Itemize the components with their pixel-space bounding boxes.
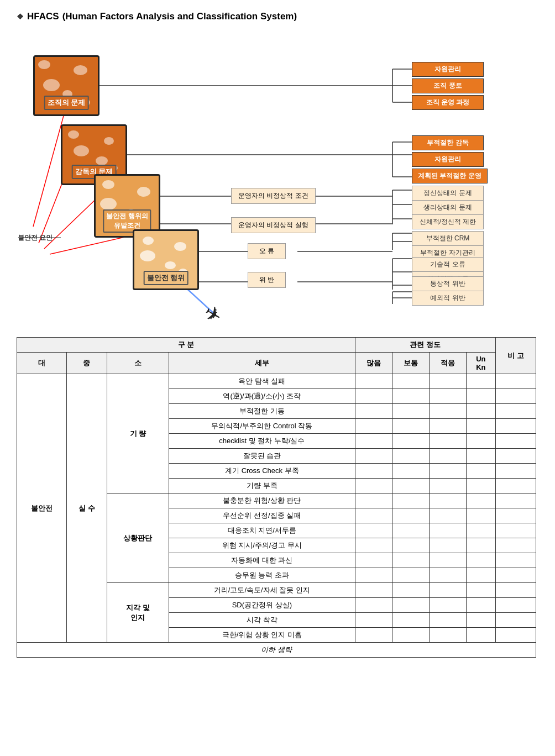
cell-note	[495, 523, 536, 538]
cell-rel4	[467, 598, 495, 613]
cell-rel4	[467, 494, 495, 508]
right-box-r10: 부적절한 CRM	[412, 231, 484, 246]
cell-detail: 위험 지시/주의/경고 무시	[169, 538, 355, 553]
header-relevance: 관련 정도	[355, 338, 495, 353]
cell-rel1	[355, 583, 392, 598]
cell-rel1	[355, 568, 392, 583]
cell-rel3	[430, 419, 467, 434]
title-bold: HFACS	[27, 11, 59, 22]
unsafe-factor-label: 불안전 요인	[18, 233, 53, 243]
cell-rel2	[392, 404, 430, 419]
header-section: 구 분	[17, 338, 355, 353]
right-box-r3: 조직 운영 과정	[412, 95, 484, 110]
org-block: 조직의 문제	[33, 55, 100, 116]
cell-rel2	[392, 523, 430, 538]
mid-label-condition: 운영자의 비정상적 조건	[231, 188, 316, 204]
cell-minor: 기 량	[107, 374, 169, 494]
cell-major: 불안전	[17, 374, 67, 643]
omit-label: 이하 생략	[17, 643, 536, 658]
cell-detail: 잘못된 습관	[169, 449, 355, 464]
cell-rel4	[467, 523, 495, 538]
cell-rel1	[355, 538, 392, 553]
page-title: ❖ HFACS (Human Factors Analysis and Clas…	[17, 11, 538, 22]
cell-rel4	[467, 553, 495, 568]
title-rest: (Human Factors Analysis and Classificati…	[62, 11, 297, 22]
cell-detail: 시각 착각	[169, 613, 355, 628]
right-box-r1: 자원관리	[412, 62, 484, 77]
cell-rel3	[430, 553, 467, 568]
cell-rel2	[392, 449, 430, 464]
cell-rel3	[430, 523, 467, 538]
cell-rel3	[430, 508, 467, 523]
cell-rel1	[355, 449, 392, 464]
cell-note	[495, 389, 536, 404]
unsafe-block: 불안전 행위	[133, 229, 199, 290]
header-rel1: 많음	[355, 353, 392, 374]
cell-rel4	[467, 628, 495, 643]
right-box-r8: 생리상태의 문제	[412, 200, 484, 215]
header-rel4: Un Kn	[467, 353, 495, 374]
cell-rel4	[467, 538, 495, 553]
cell-detail: checklist 및 절차 누락/실수	[169, 434, 355, 449]
cell-rel2	[392, 553, 430, 568]
right-box-r9: 신체적/정신적 제한	[412, 214, 484, 229]
cell-rel2	[392, 374, 430, 389]
right-box-r15: 통상적 위반	[412, 276, 484, 291]
cell-rel3	[430, 464, 467, 479]
cell-rel3	[430, 598, 467, 613]
cell-rel2	[392, 419, 430, 434]
cell-note	[495, 508, 536, 523]
cell-rel3	[430, 404, 467, 419]
header-major: 대	[17, 353, 67, 374]
right-box-r5: 자원관리	[412, 152, 484, 167]
cell-rel3	[430, 449, 467, 464]
cell-rel2	[392, 479, 430, 494]
cell-note	[495, 479, 536, 494]
header-minor: 소	[107, 353, 169, 374]
cell-rel4	[467, 583, 495, 598]
cell-note	[495, 404, 536, 419]
cell-rel4	[467, 404, 495, 419]
cell-rel2	[392, 508, 430, 523]
cell-note	[495, 538, 536, 553]
cell-detail: 우선순위 선정/집중 실패	[169, 508, 355, 523]
header-note: 비 고	[495, 338, 536, 374]
org-label: 조직의 문제	[44, 96, 89, 110]
cell-rel1	[355, 389, 392, 404]
cell-rel2	[392, 464, 430, 479]
cell-rel1	[355, 613, 392, 628]
right-box-r7: 정신상태의 문제	[412, 186, 484, 201]
cell-rel3	[430, 568, 467, 583]
cell-rel3	[430, 374, 467, 389]
cell-detail: 극한/위험 상황 인지 미흡	[169, 628, 355, 643]
omit-row: 이하 생략	[17, 643, 536, 658]
header-rel2: 보통	[392, 353, 430, 374]
cell-note	[495, 553, 536, 568]
cell-rel3	[430, 628, 467, 643]
cell-rel2	[392, 628, 430, 643]
cell-rel1	[355, 434, 392, 449]
cell-rel3	[430, 389, 467, 404]
cell-detail: 기량 부족	[169, 479, 355, 494]
cell-note	[495, 494, 536, 508]
cell-rel1	[355, 628, 392, 643]
cell-detail: 거리/고도/속도/자세 잘못 인지	[169, 583, 355, 598]
cell-note	[495, 449, 536, 464]
cell-rel2	[392, 568, 430, 583]
cell-rel4	[467, 389, 495, 404]
cell-note	[495, 628, 536, 643]
mid-label-error: 오 류	[248, 243, 286, 259]
right-box-r4: 부적절한 감독	[412, 135, 484, 150]
header-rel3: 적응	[430, 353, 467, 374]
right-box-r2: 조직 풍토	[412, 78, 484, 93]
cell-detail: 승무원 능력 초과	[169, 568, 355, 583]
cell-rel3	[430, 479, 467, 494]
header-detail: 세부	[169, 353, 355, 374]
cell-rel1	[355, 479, 392, 494]
title-prefix: ❖	[17, 12, 24, 21]
cell-rel4	[467, 508, 495, 523]
cell-minor: 상황판단	[107, 494, 169, 583]
airplane-icon: ✈	[200, 300, 226, 328]
cell-note	[495, 419, 536, 434]
cell-detail: 부적절한 기동	[169, 404, 355, 419]
